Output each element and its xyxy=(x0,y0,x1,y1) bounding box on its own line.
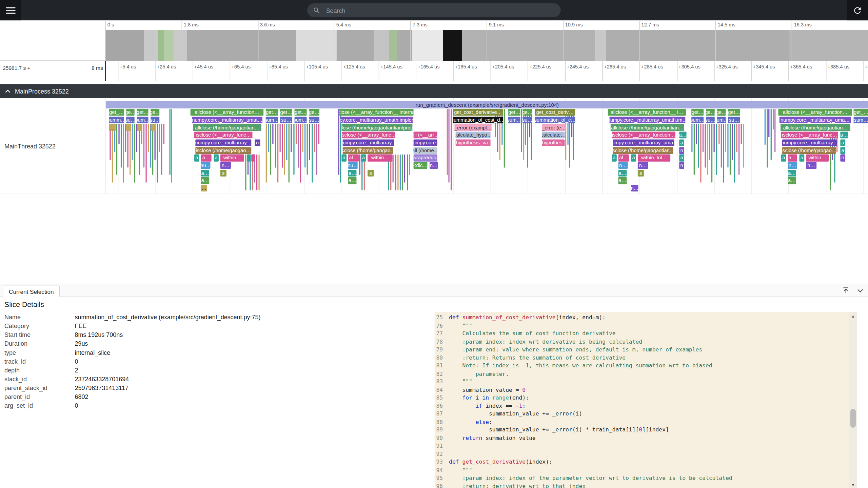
flame-stack-line[interactable] xyxy=(291,124,292,152)
flame-slice[interactable]: sum… xyxy=(137,117,148,123)
flame-slice[interactable]: s xyxy=(220,170,226,177)
flame-stack-line[interactable] xyxy=(268,124,269,152)
flame-stack-line[interactable] xyxy=(767,109,768,167)
dock-to-top-button[interactable] xyxy=(842,286,850,295)
flame-slice[interactable]: within_tol… xyxy=(638,155,670,161)
flame-slice[interactable]: get… xyxy=(508,109,520,116)
flame-stack-line[interactable] xyxy=(338,109,339,175)
flame-slice[interactable]: all (/home… xyxy=(414,147,437,154)
flame-stack-line[interactable] xyxy=(721,124,722,167)
flame-slice[interactable]: a… xyxy=(201,177,209,184)
flame-stack-line[interactable] xyxy=(152,124,153,175)
flame-slice[interactable] xyxy=(247,155,250,161)
flame-stack-line[interactable] xyxy=(282,124,283,167)
flame-stack-line[interactable] xyxy=(395,155,396,190)
flame-slice[interactable]: allclose (<__array_function__ interna… xyxy=(339,109,414,116)
flame-stack-line[interactable] xyxy=(130,124,131,175)
flame-slice[interactable]: ge… xyxy=(126,109,134,116)
flame-slice[interactable]: _hypothes… xyxy=(542,139,565,146)
flame-chart[interactable]: run_gradient_descent (example/src/gradie… xyxy=(105,98,868,194)
flame-slice[interactable]: a xyxy=(341,155,347,161)
flame-stack-line[interactable] xyxy=(407,155,408,190)
flame-slice[interactable]: allclose (<__array_function__ i… xyxy=(608,109,686,116)
flame-stack-line[interactable] xyxy=(359,155,360,175)
flame-stack-line[interactable] xyxy=(400,155,401,190)
flame-stack-line[interactable] xyxy=(727,124,728,167)
search-box[interactable] xyxy=(307,3,561,17)
flame-slice[interactable]: n xyxy=(840,155,845,161)
flame-slice[interactable]: numpy.core._multiarray_umath.impleme… xyxy=(340,117,413,123)
flame-slice[interactable]: isclose (<__array_function… xyxy=(612,132,675,139)
flame-slice[interactable]: isclose (/home/gaogaotian… xyxy=(613,147,673,154)
flame-slice[interactable]: ge… xyxy=(309,109,319,116)
flame-slice[interactable]: a xyxy=(194,155,199,161)
flame-stack-line[interactable] xyxy=(402,155,403,190)
flame-stack-line[interactable] xyxy=(504,109,505,167)
flame-slice[interactable]: _wrapreduc… xyxy=(414,155,437,161)
flame-slice-selected[interactable]: summation_of_cost_d… xyxy=(453,117,504,123)
flame-slice[interactable]: al… xyxy=(618,155,629,161)
flame-slice[interactable]: n… xyxy=(806,162,816,169)
flame-stack-line[interactable] xyxy=(703,124,704,152)
flame-stack-line[interactable] xyxy=(318,124,319,145)
flame-slice[interactable]: su… xyxy=(309,117,319,123)
flame-stack-line[interactable] xyxy=(316,124,317,175)
flame-slice[interactable]: get… xyxy=(728,109,740,116)
collapse-panel-button[interactable] xyxy=(856,286,865,295)
flame-stack-line[interactable] xyxy=(170,109,171,175)
flame-slice[interactable]: sum… xyxy=(691,117,704,123)
flame-slice[interactable]: n… xyxy=(631,185,638,191)
flame-stack-line[interactable] xyxy=(304,124,305,167)
flame-slice[interactable]: get… xyxy=(280,109,292,116)
flame-stack-line[interactable] xyxy=(147,124,149,152)
flame-slice[interactable]: a… xyxy=(348,177,356,184)
flame-slice[interactable]: sum… xyxy=(508,117,520,123)
flame-slice[interactable]: sum… xyxy=(295,117,307,123)
flame-stack-line[interactable] xyxy=(279,124,280,152)
flame-slice[interactable]: n xyxy=(679,147,684,154)
flame-stack-line[interactable] xyxy=(736,124,737,152)
flame-slice[interactable]: n… xyxy=(618,162,628,169)
flame-slice[interactable] xyxy=(151,124,156,131)
flame-stack-line[interactable] xyxy=(769,109,770,137)
flame-slice[interactable]: a… xyxy=(840,132,848,139)
flame-slice[interactable]: a xyxy=(800,155,805,161)
flame-stack-line[interactable] xyxy=(714,124,715,152)
flame-stack-line[interactable] xyxy=(300,124,301,182)
flame-stack-line[interactable] xyxy=(161,124,162,175)
flame-slice[interactable]: numpy.core._multiarray… xyxy=(782,139,837,146)
flame-stack-line[interactable] xyxy=(286,124,287,160)
search-input[interactable] xyxy=(325,6,555,14)
flame-stack-line[interactable] xyxy=(121,124,122,167)
overview-minimap[interactable]: 0 s1.8 ms3.6 ms5.4 ms7.3 ms9.1 ms10.9 ms… xyxy=(105,20,868,61)
flame-stack-line[interactable] xyxy=(309,124,310,160)
flame-slice[interactable]: ge… xyxy=(522,109,532,116)
scroll-up-arrow[interactable]: ▲ xyxy=(849,312,857,320)
flame-slice[interactable]: a xyxy=(840,147,845,154)
flame-stack-line[interactable] xyxy=(116,124,117,175)
flame-slice[interactable]: n xyxy=(255,139,260,146)
flame-stack-line[interactable] xyxy=(718,124,719,145)
flame-slice[interactable]: n… xyxy=(638,162,648,169)
flame-slice[interactable]: a xyxy=(840,139,845,146)
refresh-button[interactable] xyxy=(847,0,868,20)
flame-stack-line[interactable] xyxy=(171,109,172,183)
flame-slice[interactable]: isclose (/home/gaogao… xyxy=(782,147,836,154)
flame-stack-line[interactable] xyxy=(134,124,135,182)
flame-stack-line[interactable] xyxy=(245,155,246,190)
flame-slice[interactable]: su… xyxy=(706,117,715,123)
flame-slice[interactable]: get_cost_derivative… xyxy=(453,109,504,116)
flame-slice[interactable]: within… xyxy=(806,155,829,161)
flame-slice[interactable]: get… xyxy=(266,109,278,116)
flame-slice[interactable]: n xyxy=(679,162,684,169)
flame-slice[interactable]: a… xyxy=(788,155,797,161)
flame-stack-line[interactable] xyxy=(705,124,706,167)
flame-slice[interactable]: nu… xyxy=(201,162,211,169)
flame-slice[interactable]: a xyxy=(612,155,617,161)
flame-slice[interactable]: numpy.core._multiarray_umath.im… xyxy=(610,117,686,123)
flame-slice[interactable]: a xyxy=(679,155,684,161)
flame-slice[interactable]: get… xyxy=(691,109,704,116)
flame-slice[interactable]: isclose (/home/gaogao… xyxy=(195,147,251,154)
flame-stack-line[interactable] xyxy=(159,124,160,152)
flame-slice[interactable]: al… xyxy=(348,155,359,161)
